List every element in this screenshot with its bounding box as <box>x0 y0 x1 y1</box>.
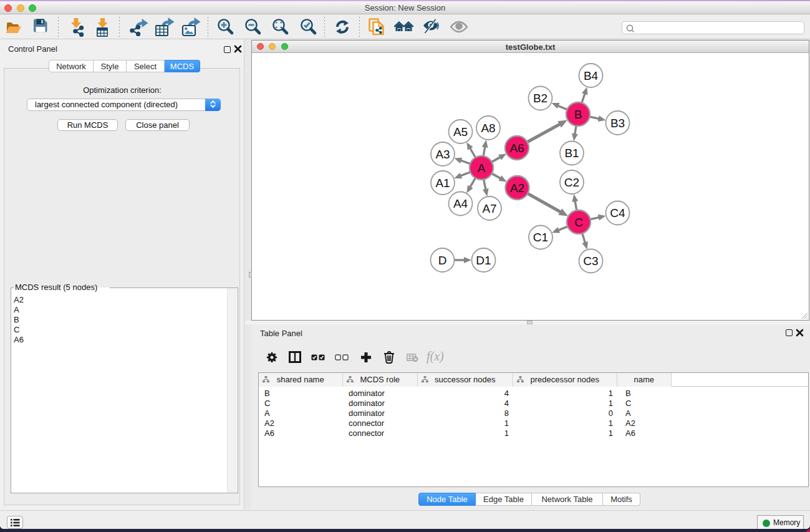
svg-text:C: C <box>574 216 583 229</box>
svg-text:C1: C1 <box>533 231 548 244</box>
svg-text:B: B <box>574 108 582 121</box>
svg-text:f(x): f(x) <box>427 351 444 364</box>
svg-text:A1: A1 <box>435 177 450 190</box>
svg-text:B1: B1 <box>564 147 579 160</box>
svg-text:A6: A6 <box>509 142 524 155</box>
svg-text:D1: D1 <box>476 254 491 267</box>
svg-text:C4: C4 <box>610 206 625 220</box>
svg-text:A: A <box>478 162 486 175</box>
svg-text:A5: A5 <box>453 125 468 138</box>
svg-text:C3: C3 <box>583 254 598 268</box>
svg-text:A7: A7 <box>482 202 496 215</box>
svg-text:D: D <box>438 254 447 267</box>
svg-text:A8: A8 <box>481 122 495 135</box>
svg-text:A3: A3 <box>435 148 450 161</box>
svg-text:C2: C2 <box>564 176 579 189</box>
svg-text:B2: B2 <box>533 92 547 105</box>
svg-text:B4: B4 <box>584 69 599 82</box>
svg-text:A4: A4 <box>453 197 468 210</box>
svg-text:A2: A2 <box>510 181 524 195</box>
svg-text:B3: B3 <box>610 117 625 130</box>
